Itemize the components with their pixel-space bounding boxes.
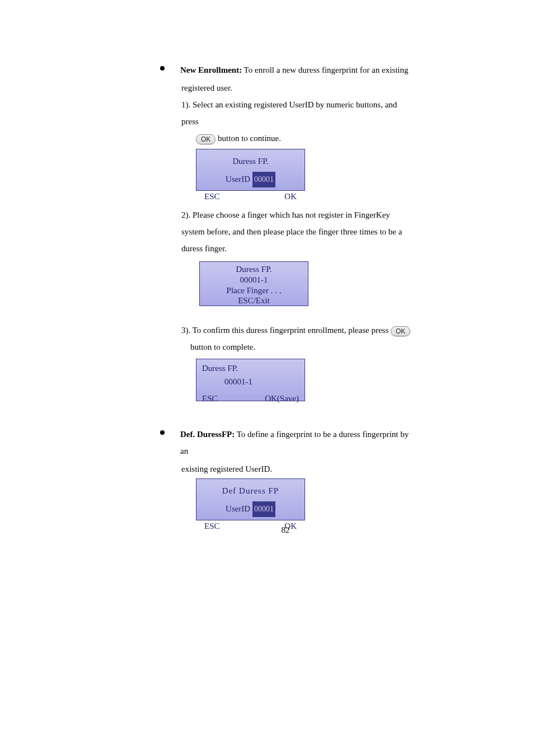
lcd-screen-duress-userid: Duress FP. UserID 00001 ESC OK	[196, 149, 305, 191]
def-duressfp-desc2: existing registered UserID.	[181, 461, 414, 477]
bullet-icon	[160, 66, 165, 71]
screen3-esc: ESC	[202, 392, 218, 405]
bullet-icon	[160, 430, 165, 435]
step-3-row: 3). To confirm this duress fingerprint e…	[181, 322, 414, 339]
screen4-userid-label: UserID	[226, 504, 250, 513]
screen1-esc: ESC	[204, 188, 220, 205]
lcd-screen-def-duress: Def Duress FP UserID 00001 ESC OK	[196, 478, 305, 520]
screen3-ok: OK(Save)	[265, 392, 299, 405]
ok-button-inline-2: OK	[391, 326, 410, 336]
screen3-line2: 00001-1	[202, 375, 299, 388]
ok-button-inline-1: OK	[196, 134, 216, 144]
bullet-def-duressfp: Def. DuressFP: To define a fingerprint t…	[157, 426, 414, 459]
new-enrollment-desc1: To enroll a new duress fingerprint for a…	[242, 65, 408, 74]
screen1-userid-value: 00001	[252, 172, 275, 187]
screen1-userid-label: UserID	[226, 175, 250, 184]
new-enrollment-desc2: registered user.	[181, 79, 414, 96]
step-1-text: 1). Select an existing registered UserID…	[181, 96, 414, 130]
page-number: 82	[157, 522, 414, 538]
lcd-screen-place-finger: Duress FP. 00001-1 Place Finger . . . ES…	[199, 261, 308, 306]
screen2-line2: 00001-1	[200, 275, 308, 285]
step-2-text: 2). Please choose a finger which has not…	[181, 206, 414, 257]
screen1-ok: OK	[284, 188, 297, 205]
lcd-screen-ok-save: Duress FP. 00001-1 ESC OK(Save)	[196, 359, 305, 401]
screen2-line3: Place Finger . . .	[200, 285, 308, 296]
screen4-esc: ESC	[204, 518, 220, 534]
screen2-line1: Duress FP.	[200, 264, 308, 275]
bullet-new-enrollment: New Enrollment: To enroll a new duress f…	[157, 62, 414, 78]
screen4-userid-value: 00001	[252, 501, 275, 517]
new-enrollment-title: New Enrollment:	[180, 65, 242, 74]
step-3-text-a: 3). To confirm this duress fingerprint e…	[181, 326, 391, 335]
step-1-cont: button to continue.	[216, 134, 281, 143]
step-3-text-b: button to complete.	[190, 339, 414, 355]
screen1-title: Duress FP.	[196, 153, 305, 170]
screen2-line4: ESC/Exit	[200, 295, 308, 306]
def-duressfp-title: Def. DuressFP:	[180, 430, 235, 439]
screen3-line1: Duress FP.	[202, 361, 299, 375]
screen4-title: Def Duress FP	[196, 482, 305, 499]
